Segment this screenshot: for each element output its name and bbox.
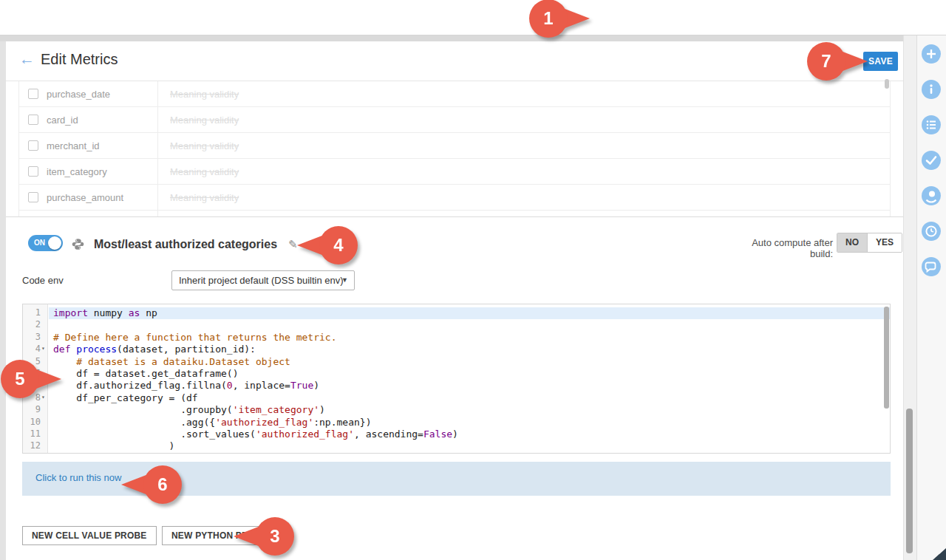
column-checkbox[interactable]: [28, 89, 38, 99]
column-name: purchase_date: [47, 89, 110, 100]
table-row: item_categoryMeaning validity: [19, 159, 890, 185]
line-number: 5: [23, 356, 41, 366]
code-env-select[interactable]: Inherit project default (DSS builtin env…: [171, 270, 355, 290]
history-clock-icon[interactable]: [922, 222, 941, 241]
line-number: 9: [23, 404, 41, 414]
editor-scrollbar-thumb[interactable]: [884, 307, 889, 409]
run-now-band: [22, 462, 891, 496]
meaning-validity-label: Meaning validity: [170, 140, 239, 151]
table-row: purchase_dateMeaning validity: [19, 81, 890, 107]
line-number: 7: [23, 380, 41, 390]
auto-compute-yes-button[interactable]: YES: [867, 233, 902, 252]
tasks-icon[interactable]: [922, 115, 941, 134]
toggle-on-label: ON: [34, 239, 45, 247]
line-number: 11: [23, 428, 41, 439]
info-icon[interactable]: [922, 80, 941, 99]
corner-notch: [933, 548, 946, 560]
page-scrollbar-track[interactable]: [903, 35, 916, 560]
line-number: 10: [23, 417, 41, 427]
metrics-columns-table: purchase_dateMeaning validitycard_idMean…: [18, 81, 891, 216]
code-env-value: Inherit project default (DSS builtin env…: [179, 275, 344, 286]
meaning-validity-label: Meaning validity: [170, 166, 239, 177]
column-checkbox[interactable]: [28, 140, 38, 151]
line-number: 8: [23, 392, 41, 403]
meaning-validity-label: Meaning validity: [170, 115, 239, 126]
right-action-rail: [916, 35, 946, 560]
code-line: df.authorized_flag.fillna(0, inplace=Tru…: [49, 380, 890, 392]
column-checkbox[interactable]: [28, 166, 38, 177]
auto-compute-switch: NO YES: [837, 233, 902, 253]
code-line: # dataset is a dataiku.Dataset object: [49, 356, 890, 368]
top-navbar: [0, 0, 946, 35]
page-title: Edit Metrics: [41, 51, 118, 68]
line-number: 4: [23, 344, 41, 354]
code-line: df = dataset.get_dataframe(): [49, 368, 890, 380]
code-line: # Define here a function that returns th…: [49, 332, 890, 344]
toggle-knob: [48, 236, 61, 250]
probe-title: Most/least authorized categories: [94, 238, 277, 251]
table-row: merchant_idMeaning validity: [19, 133, 890, 159]
page-gap: [0, 35, 903, 41]
dataiku-metrics-screen: tx_prepared ExploreChartsStatisticsDataM…: [0, 0, 946, 560]
line-number: 3: [23, 332, 41, 342]
fold-arrow-icon[interactable]: ▾: [41, 394, 45, 400]
lab-icon[interactable]: [922, 186, 941, 205]
code-line: ): [49, 440, 890, 452]
line-number: 1: [23, 307, 41, 318]
edit-pencil-icon[interactable]: ✎: [288, 238, 298, 251]
code-line: df_per_category = (df: [49, 392, 890, 404]
section-divider: [6, 216, 903, 217]
table-row: purchase_amountMeaning validity: [19, 185, 890, 211]
code-line: .groupby('item_category'): [49, 404, 890, 416]
save-button[interactable]: SAVE: [863, 52, 898, 71]
code-env-label: Code env: [22, 275, 64, 286]
python-code-editor[interactable]: 1234▾5678▾9101112 import numpy as np# De…: [22, 304, 891, 454]
run-now-link[interactable]: Click to run this now: [35, 472, 121, 483]
column-checkbox[interactable]: [28, 192, 38, 202]
back-arrow-icon[interactable]: ←: [19, 50, 35, 68]
column-name: purchase_amount: [47, 192, 123, 203]
code-line: import numpy as np: [49, 307, 890, 319]
check-icon[interactable]: [922, 151, 941, 170]
auto-compute-no-button[interactable]: NO: [837, 233, 867, 252]
meaning-validity-label: Meaning validity: [170, 89, 239, 100]
new-python-probe-button[interactable]: NEW PYTHON PROBE: [162, 526, 278, 545]
new-cell-value-probe-button[interactable]: NEW CELL VALUE PROBE: [22, 526, 157, 545]
column-name: item_category: [47, 166, 107, 177]
auto-compute-label: Auto compute after build:: [733, 237, 833, 259]
python-probe-icon: [72, 238, 84, 253]
fold-arrow-icon[interactable]: ▾: [41, 345, 45, 352]
code-line: def process(dataset, partition_id):: [49, 344, 890, 355]
meaning-validity-label: Meaning validity: [170, 192, 239, 203]
column-name: card_id: [47, 115, 78, 126]
code-line: .agg({'authorized_flag':np.mean}): [49, 417, 890, 428]
discussions-icon[interactable]: [922, 257, 941, 276]
column-name: merchant_id: [47, 140, 100, 151]
table-row: card_idMeaning validity: [19, 107, 890, 133]
add-icon[interactable]: [922, 44, 941, 64]
chevron-down-icon: ▼: [341, 271, 348, 290]
editor-gutter: 1234▾5678▾9101112: [23, 304, 48, 453]
line-number: 6: [23, 368, 41, 378]
code-line: [49, 319, 890, 331]
edit-metrics-header: [6, 41, 903, 81]
page-scrollbar-thumb[interactable]: [906, 409, 913, 553]
probe-on-toggle[interactable]: ON: [28, 235, 63, 251]
code-line: .sort_values('authorized_flag', ascendin…: [49, 428, 890, 440]
column-checkbox[interactable]: [28, 115, 38, 125]
line-number: 12: [23, 440, 41, 451]
line-number: 2: [23, 319, 41, 329]
table-scrollbar-thumb[interactable]: [885, 79, 889, 89]
page-left-margin: [0, 41, 6, 560]
